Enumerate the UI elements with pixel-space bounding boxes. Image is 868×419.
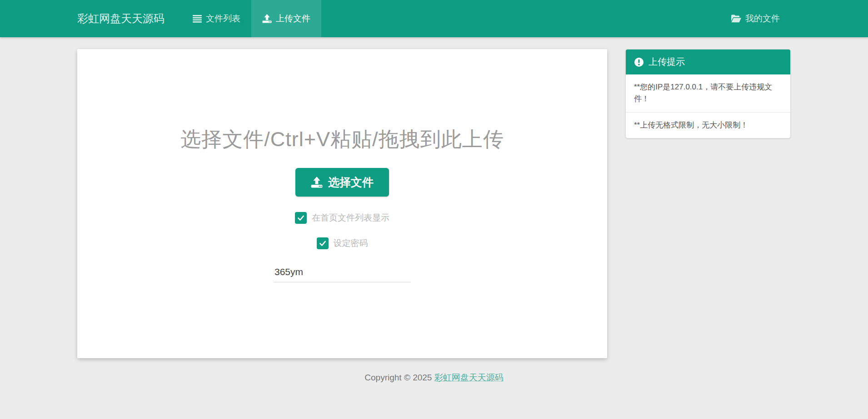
navbar: 彩虹网盘天天源码 文件列表 上传文件	[0, 0, 868, 37]
nav-item-file-list[interactable]: 文件列表	[182, 0, 251, 37]
checkbox-checked-icon	[295, 212, 307, 224]
password-input[interactable]	[274, 264, 411, 282]
show-in-list-checkbox[interactable]: 在首页文件列表显示	[295, 212, 389, 224]
nav-item-label: 上传文件	[276, 13, 310, 25]
nav-item-my-files[interactable]: 我的文件	[720, 0, 791, 37]
copyright-text: Copyright © 2025	[364, 373, 434, 382]
choose-file-button[interactable]: 选择文件	[295, 168, 389, 197]
folder-open-icon	[731, 15, 741, 23]
set-password-checkbox[interactable]: 设定密码	[317, 237, 368, 249]
tips-panel-title: 上传提示	[649, 56, 685, 68]
footer: Copyright © 2025 彩虹网盘天天源码	[0, 372, 868, 384]
navbar-container: 彩虹网盘天天源码 文件列表 上传文件	[77, 0, 791, 37]
nav-item-upload[interactable]: 上传文件	[251, 0, 321, 37]
tips-panel-header: 上传提示	[626, 49, 790, 74]
set-password-label: 设定密码	[334, 237, 368, 249]
brand-link[interactable]: 彩虹网盘天天源码	[77, 11, 165, 26]
drop-zone-headline: 选择文件/Ctrl+V粘贴/拖拽到此上传	[180, 127, 504, 152]
upload-icon	[262, 14, 272, 23]
upload-drop-zone[interactable]: 选择文件/Ctrl+V粘贴/拖拽到此上传 选择文件 在首页文件列表显示	[77, 49, 607, 358]
nav-item-label: 文件列表	[206, 13, 240, 25]
choose-file-button-label: 选择文件	[328, 175, 374, 190]
nav-item-label: 我的文件	[745, 13, 780, 25]
main-content: 选择文件/Ctrl+V粘贴/拖拽到此上传 选择文件 在首页文件列表显示	[77, 49, 791, 358]
upload-tips-panel: 上传提示 **您的IP是127.0.0.1，请不要上传违规文件！ **上传无格式…	[625, 49, 791, 138]
list-icon	[193, 15, 202, 23]
footer-site-link[interactable]: 彩虹网盘天天源码	[434, 373, 504, 382]
tips-item-ip: **您的IP是127.0.0.1，请不要上传违规文件！	[626, 74, 790, 112]
tips-item-limits: **上传无格式限制，无大小限制！	[626, 112, 790, 138]
show-in-list-label: 在首页文件列表显示	[312, 212, 389, 224]
upload-icon	[311, 177, 323, 188]
checkbox-checked-icon	[317, 237, 329, 249]
exclamation-circle-icon	[634, 57, 644, 67]
